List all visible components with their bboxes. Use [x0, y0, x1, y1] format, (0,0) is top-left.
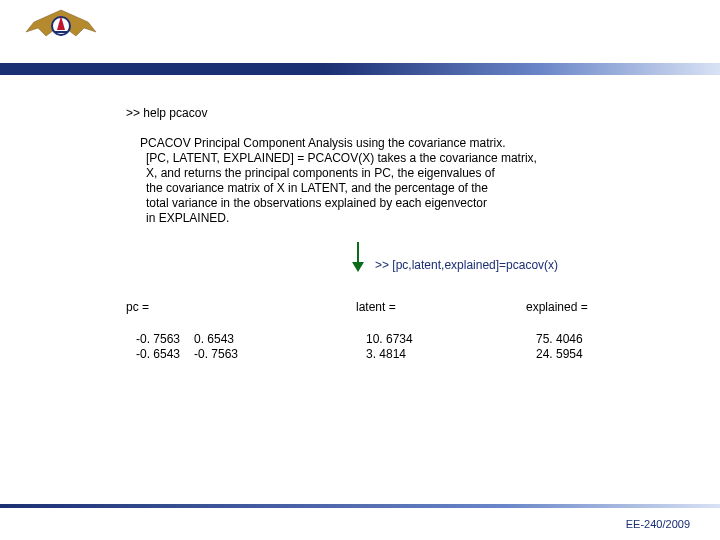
content-block: >> help pcacov PCACOV Principal Componen… [126, 106, 626, 234]
results-block: pc = -0. 7563 0. 6543 -0. 6543 -0. 7563 … [126, 300, 656, 362]
pc-value: -0. 6543 [136, 347, 194, 362]
explained-label: explained = [526, 300, 656, 314]
explained-value: 75. 4046 [536, 332, 656, 347]
desc-body: [PC, LATENT, EXPLAINED] = PCACOV(X) take… [146, 151, 626, 226]
pc-value: -0. 7563 [194, 347, 258, 362]
pc-label: pc = [126, 300, 356, 314]
slide: >> help pcacov PCACOV Principal Componen… [0, 0, 720, 540]
help-command: >> help pcacov [126, 106, 626, 120]
latent-value: 10. 6734 [366, 332, 526, 347]
footer-rule [0, 504, 720, 508]
table-row: -0. 7563 0. 6543 [136, 332, 356, 347]
latent-label: latent = [356, 300, 526, 314]
explained-value: 24. 5954 [536, 347, 656, 362]
pc-column: pc = -0. 7563 0. 6543 -0. 6543 -0. 7563 [126, 300, 356, 362]
header-rule [0, 63, 720, 75]
table-row: -0. 6543 -0. 7563 [136, 347, 356, 362]
desc-line: the covariance matrix of X in LATENT, an… [146, 181, 626, 196]
pc-value: -0. 7563 [136, 332, 194, 347]
ita-wings-logo [24, 6, 98, 56]
desc-line: X, and returns the principal components … [146, 166, 626, 181]
explained-column: explained = 75. 4046 24. 5954 [526, 300, 656, 362]
desc-line: in EXPLAINED. [146, 211, 626, 226]
desc-line: total variance in the observations expla… [146, 196, 626, 211]
pc-value: 0. 6543 [194, 332, 258, 347]
latent-column: latent = 10. 6734 3. 4814 [356, 300, 526, 362]
footer-label: EE-240/2009 [626, 518, 690, 530]
desc-heading: PCACOV Principal Component Analysis usin… [140, 136, 626, 151]
latent-value: 3. 4814 [366, 347, 526, 362]
description: PCACOV Principal Component Analysis usin… [140, 136, 626, 226]
down-arrow-icon [350, 242, 366, 276]
desc-line: [PC, LATENT, EXPLAINED] = PCACOV(X) take… [146, 151, 626, 166]
call-command: >> [pc,latent,explained]=pcacov(x) [375, 258, 558, 272]
